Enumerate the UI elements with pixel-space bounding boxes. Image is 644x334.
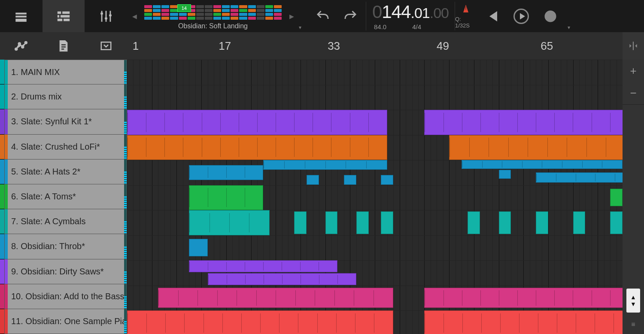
track-row[interactable]: 10. Obsidian: Add to the Bass* bbox=[4, 284, 127, 309]
track-list: 1. MAIN MIX2. Drums mix3. Slate: Synful … bbox=[4, 60, 127, 334]
timesig-readout[interactable]: 4/4 bbox=[412, 23, 421, 30]
notes-button[interactable] bbox=[43, 32, 85, 60]
clip[interactable] bbox=[189, 185, 263, 211]
track-label: 6. Slate: A Toms* bbox=[8, 184, 124, 209]
next-arrow[interactable]: ▶ bbox=[284, 13, 299, 20]
track-color-gutter bbox=[0, 60, 4, 334]
clip[interactable] bbox=[208, 273, 356, 285]
clip[interactable] bbox=[158, 288, 393, 308]
chevron-up-icon: ▲ bbox=[630, 294, 636, 301]
clip[interactable] bbox=[189, 210, 270, 235]
svg-rect-7 bbox=[105, 17, 107, 19]
track-label: 2. Drums mix bbox=[8, 84, 124, 109]
clip[interactable] bbox=[325, 211, 338, 234]
v-scroll-stepper[interactable]: ▲ ▼ bbox=[626, 289, 640, 313]
clip[interactable] bbox=[610, 189, 623, 206]
clip[interactable] bbox=[356, 211, 369, 234]
clip[interactable] bbox=[573, 211, 586, 234]
clip[interactable] bbox=[449, 135, 623, 160]
quantize-readout[interactable]: Q: 1/32S bbox=[455, 16, 477, 29]
automation-icon bbox=[15, 39, 27, 52]
clip[interactable] bbox=[499, 170, 511, 179]
more-menu[interactable]: ≡ bbox=[623, 315, 644, 334]
chevron-down-icon: ▼ bbox=[630, 301, 636, 307]
track-row[interactable]: 6. Slate: A Toms* bbox=[4, 184, 127, 209]
track-row[interactable]: 11. Obsidian: One Sample Pian bbox=[4, 309, 127, 334]
track-meter bbox=[124, 259, 127, 284]
undo-button[interactable] bbox=[311, 4, 335, 28]
clip[interactable] bbox=[381, 175, 393, 185]
zoom-out-button[interactable]: − bbox=[623, 82, 644, 104]
track-row[interactable]: 7. Slate: A Cymbals bbox=[4, 209, 127, 234]
metronome[interactable]: Q: 1/32S bbox=[455, 4, 477, 29]
track-row[interactable]: 9. Obsidian: Dirty Saws* bbox=[4, 259, 127, 284]
tab-mixer[interactable] bbox=[85, 0, 127, 32]
clip[interactable] bbox=[294, 211, 307, 234]
clip[interactable] bbox=[462, 160, 623, 169]
ruler-tick: 65 bbox=[538, 39, 556, 53]
track-row[interactable]: 4. Slate: Crushed LoFi* bbox=[4, 135, 127, 159]
record-button[interactable] bbox=[538, 4, 562, 28]
minus-icon: − bbox=[630, 87, 636, 100]
track-label: 5. Slate: A Hats 2* bbox=[8, 159, 124, 184]
header: ◀ 14 Obsidian: Soft Landing ▶ ▾ 0 144 bbox=[0, 0, 644, 32]
clip[interactable] bbox=[536, 211, 548, 234]
svg-rect-3 bbox=[61, 15, 70, 18]
track-meter bbox=[124, 234, 127, 259]
prev-arrow[interactable]: ◀ bbox=[127, 13, 142, 20]
clip[interactable] bbox=[127, 135, 387, 160]
track-row[interactable]: 2. Drums mix bbox=[4, 84, 127, 109]
clip[interactable] bbox=[189, 165, 263, 180]
clip[interactable] bbox=[424, 288, 623, 308]
position-counter[interactable]: 0 144 .01 .00 84.0 4/4 bbox=[366, 2, 455, 30]
document-icon bbox=[57, 39, 70, 52]
redo-button[interactable] bbox=[338, 4, 362, 28]
clip[interactable] bbox=[499, 211, 511, 234]
clip[interactable] bbox=[381, 211, 393, 234]
rewind-button[interactable] bbox=[480, 4, 504, 28]
ruler-tick: 49 bbox=[434, 39, 451, 53]
clip[interactable] bbox=[424, 110, 623, 135]
clip[interactable] bbox=[189, 260, 337, 272]
clip[interactable] bbox=[127, 110, 387, 135]
align-icon bbox=[628, 40, 639, 51]
track-row[interactable]: 8. Obsidian: Throb* bbox=[4, 234, 127, 259]
clip[interactable] bbox=[536, 172, 623, 182]
timeline[interactable] bbox=[127, 60, 623, 334]
track-meter bbox=[124, 309, 127, 334]
track-row[interactable]: 5. Slate: A Hats 2* bbox=[4, 159, 127, 184]
clip[interactable] bbox=[610, 211, 623, 234]
clip[interactable] bbox=[424, 310, 623, 334]
project-name: Obsidian: Soft Landing bbox=[178, 22, 248, 30]
track-meter bbox=[124, 184, 127, 209]
track-color-stripe bbox=[5, 259, 8, 284]
clip[interactable] bbox=[468, 211, 480, 234]
clip[interactable] bbox=[127, 310, 393, 334]
header-menu-tri[interactable]: ▾ bbox=[299, 24, 307, 32]
track-color-stripe bbox=[5, 84, 8, 109]
clip[interactable] bbox=[307, 175, 319, 185]
track-row[interactable]: 3. Slate: Synful Kit 1* bbox=[4, 109, 127, 134]
menu-icon: ≡ bbox=[631, 321, 635, 328]
tempo-readout[interactable]: 84.0 bbox=[374, 23, 386, 30]
track-label: 7. Slate: A Cymbals bbox=[8, 209, 124, 234]
play-button[interactable] bbox=[507, 4, 535, 28]
track-color-stripe bbox=[5, 234, 8, 259]
track-row[interactable]: 1. MAIN MIX bbox=[4, 60, 127, 84]
ruler-tool[interactable] bbox=[623, 32, 644, 60]
svg-point-10 bbox=[544, 10, 556, 22]
automation-button[interactable] bbox=[0, 32, 43, 60]
loop-marker[interactable]: 14 bbox=[177, 4, 191, 12]
clip[interactable] bbox=[189, 239, 207, 256]
track-color-stripe bbox=[5, 184, 8, 209]
transport-menu-tri[interactable]: ▾ bbox=[566, 23, 572, 32]
dropdown-button[interactable] bbox=[85, 32, 127, 60]
ruler-tick: 1 bbox=[127, 39, 144, 53]
zoom-in-button[interactable]: + bbox=[623, 60, 644, 82]
timeline-ruler[interactable]: 117334965 bbox=[127, 32, 623, 60]
clip[interactable] bbox=[344, 175, 356, 185]
clip[interactable] bbox=[263, 160, 387, 170]
tab-arranger[interactable] bbox=[43, 0, 85, 32]
tab-library[interactable] bbox=[0, 0, 43, 32]
minimap[interactable]: 14 Obsidian: Soft Landing bbox=[142, 3, 284, 30]
